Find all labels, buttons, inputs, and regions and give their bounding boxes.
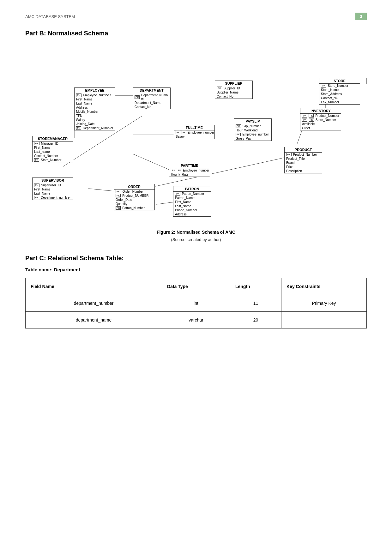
- length-2: 20: [230, 312, 281, 328]
- entity-fulltime: FULLTIME PKFKEmployee_number Salary: [174, 125, 215, 139]
- entity-payslip-title: PAYSLIP: [234, 119, 271, 124]
- source-caption: (Source: created by author): [25, 237, 367, 242]
- data-type-2: varchar: [162, 312, 230, 328]
- table-header-row: Field Name Data Type Length Key Constrai…: [26, 278, 367, 295]
- entity-supervisor: SUPERVISOR PKSupervisor_ID First_Name La…: [32, 178, 73, 200]
- table-name-heading: Table name: Department: [25, 267, 367, 272]
- page-number: 3: [355, 13, 367, 20]
- entity-fulltime-title: FULLTIME: [174, 125, 214, 130]
- part-c-heading: Part C: Relational Schema Table:: [25, 255, 367, 262]
- entity-storemanager-title: STOREMANAGER: [33, 136, 73, 142]
- entity-employee-title: EMPLOYEE: [75, 88, 115, 93]
- entity-parttime-title: PARTTIME: [169, 163, 210, 168]
- schema-diagram: STORE PKStore_Number Store_Name Store_Ad…: [25, 46, 367, 223]
- entity-parttime: PARTTIME PKFKEmployee_number Hourly_Rate: [169, 163, 210, 177]
- entity-order: ORDER PKOrder_Number FKProduct_NUMBER Or…: [114, 184, 155, 210]
- table-row: department_number int 11 Primary Key: [26, 295, 367, 312]
- entity-employee: EMPLOYEE PKEmployee_Numbe r First_Name L…: [74, 87, 115, 130]
- page: AMC DATABASE SYSTEM 3 Part B: Normalised…: [0, 0, 392, 554]
- entity-department: DEPARTMENT PKDepartment_Numb er Departme…: [133, 87, 171, 109]
- entity-supervisor-title: SUPERVISOR: [33, 178, 73, 183]
- entity-department-title: DEPARTMENT: [133, 88, 170, 93]
- col-length: Length: [230, 278, 281, 295]
- entity-product: PRODUCT PKProduct_Number Product_Title B…: [284, 147, 322, 173]
- col-key-constraints: Key Constraints: [281, 278, 367, 295]
- entity-store: STORE PKStore_Number Store_Name Store_Ad…: [319, 78, 360, 105]
- entity-supplier-title: SUPPLIER: [215, 81, 252, 86]
- entity-inventory-title: INVENTORY: [300, 108, 341, 114]
- table-row: department_name varchar 20: [26, 312, 367, 328]
- field-name-1: department_number: [26, 295, 162, 312]
- header-title: AMC DATABASE SYSTEM: [25, 14, 75, 19]
- entity-product-title: PRODUCT: [285, 147, 322, 153]
- key-constraints-2: [281, 312, 367, 328]
- entity-patron: PATRON PKPatron_Number Patron_Name First…: [173, 186, 211, 217]
- key-constraints-1: Primary Key: [281, 295, 367, 312]
- entity-order-title: ORDER: [114, 184, 154, 190]
- field-name-2: department_name: [26, 312, 162, 328]
- svg-line-4: [133, 154, 169, 170]
- schema-table: Field Name Data Type Length Key Constrai…: [25, 278, 367, 328]
- data-type-1: int: [162, 295, 230, 312]
- page-header: AMC DATABASE SYSTEM 3: [25, 13, 367, 20]
- entity-store-title: STORE: [319, 78, 360, 84]
- length-1: 11: [230, 295, 281, 312]
- entity-patron-title: PATRON: [173, 186, 211, 192]
- entity-payslip: PAYSLIP PKSlip_Number Hour_Workload FKEm…: [234, 118, 272, 141]
- part-b-heading: Part B: Normalised Schema: [25, 30, 367, 37]
- col-field-name: Field Name: [26, 278, 162, 295]
- entity-inventory: INVENTORY PKFKProduct_Number PKFKStore_N…: [300, 108, 341, 130]
- figure-caption: Figure 2: Normalised Schema of AMC: [25, 230, 367, 235]
- svg-line-11: [145, 157, 287, 189]
- col-data-type: Data Type: [162, 278, 230, 295]
- entity-storemanager: STOREMANAGER PKManager_ID First_Name Las…: [32, 136, 73, 162]
- entity-supplier: SUPPLIER PKSupplier_ID Supplier_Name Con…: [215, 81, 253, 99]
